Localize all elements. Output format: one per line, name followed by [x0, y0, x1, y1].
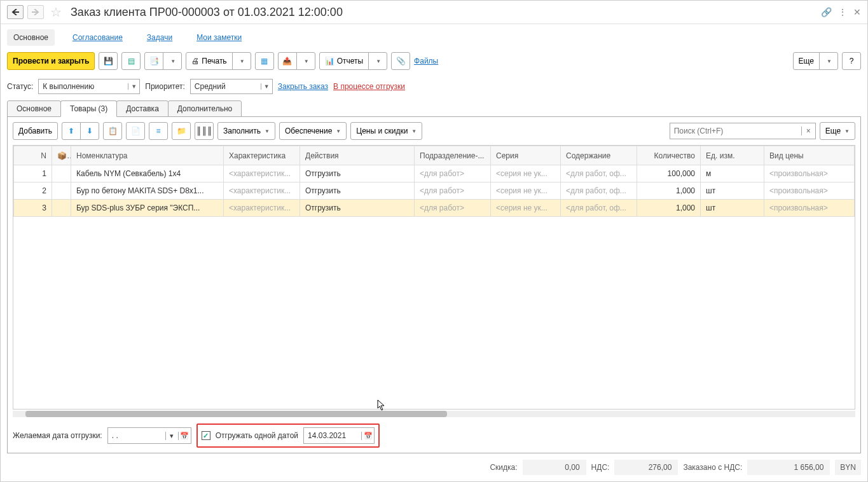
- ship-one-date-checkbox[interactable]: ✓: [202, 431, 210, 440]
- package-icon: 📦: [57, 151, 71, 160]
- edi-group: 📤 ▼: [278, 52, 315, 70]
- subtab-delivery[interactable]: Доставка: [116, 100, 169, 117]
- tab-main[interactable]: Основное: [7, 29, 55, 46]
- copy-icon: 📋: [108, 127, 118, 135]
- titlebar: ☆ Заказ клиента ПР00-000003 от 01.03.202…: [1, 1, 867, 24]
- top-tabs: Основное Согласование Задачи Мои заметки: [1, 24, 867, 46]
- table-row[interactable]: 1Кабель NYM (Севкабель) 1х4<характеристи…: [14, 165, 855, 182]
- table-row[interactable]: 2Бур по бетону MAKITA SDS+ D8x1...<харак…: [14, 182, 855, 200]
- prices-button[interactable]: Цены и скидки▼: [350, 122, 422, 140]
- chevron-down-icon[interactable]: ▼: [128, 83, 139, 90]
- fill-button[interactable]: Заполнить▼: [217, 122, 275, 140]
- arrow-up-icon: ⬆: [68, 127, 74, 135]
- col-n[interactable]: N: [14, 146, 52, 165]
- tab-tasks[interactable]: Задачи: [141, 29, 179, 46]
- provision-button[interactable]: Обеспечение▼: [279, 122, 347, 140]
- subtab-goods[interactable]: Товары (3): [60, 100, 117, 117]
- attach-button[interactable]: 📎: [391, 52, 410, 70]
- desired-date-value: . .: [108, 431, 165, 440]
- tab-approval[interactable]: Согласование: [66, 29, 129, 46]
- create-based-on-button[interactable]: 📑: [144, 52, 163, 70]
- sub-tabs: Основное Товары (3) Доставка Дополнитель…: [1, 100, 867, 117]
- edi-caret[interactable]: ▼: [296, 52, 315, 70]
- structure-button[interactable]: ▦: [255, 52, 274, 70]
- save-button[interactable]: 💾: [99, 52, 118, 70]
- documents-icon: 📑: [149, 57, 159, 65]
- print-group: 🖨Печать ▼: [186, 52, 251, 70]
- more-group: Еще ▼: [793, 52, 838, 70]
- vat-value: 276,00: [614, 460, 678, 475]
- grid-search-input[interactable]: [670, 127, 801, 135]
- grid-search[interactable]: ×: [670, 123, 816, 139]
- col-item[interactable]: Номенклатура: [71, 146, 224, 165]
- reports-button[interactable]: 📊Отчеты: [319, 52, 369, 70]
- discount-label: Скидка:: [490, 463, 517, 472]
- files-link[interactable]: Файлы: [414, 57, 438, 65]
- col-dept[interactable]: Подразделение-...: [415, 146, 491, 165]
- col-price-type[interactable]: Вид цены: [764, 146, 855, 165]
- page-title: Заказ клиента ПР00-000003 от 01.03.2021 …: [71, 6, 343, 19]
- split-button[interactable]: ≡: [149, 122, 168, 140]
- col-actions[interactable]: Действия: [300, 146, 415, 165]
- discount-value: 0,00: [523, 460, 586, 475]
- col-qty[interactable]: Количество: [637, 146, 701, 165]
- desired-date-field[interactable]: . . ▾ 📅: [107, 427, 191, 444]
- move-up-button[interactable]: ⬆: [62, 122, 81, 140]
- exchange-icon: 📤: [282, 57, 292, 65]
- post-and-close-button[interactable]: Провести и закрыть: [7, 52, 95, 70]
- select-items-button[interactable]: 📁: [172, 122, 191, 140]
- post-button[interactable]: ▤: [121, 52, 141, 70]
- calendar-icon[interactable]: 📅: [361, 432, 374, 440]
- more-menu-icon[interactable]: ⋮: [838, 7, 847, 17]
- nav-back-button[interactable]: [7, 5, 24, 19]
- barcode-button[interactable]: ║║║: [195, 122, 214, 140]
- clear-search-icon[interactable]: ×: [801, 127, 815, 135]
- list-icon: ▦: [261, 57, 268, 65]
- in-shipping-link[interactable]: В процессе отгрузки: [333, 82, 405, 91]
- ship-one-date-highlight: ✓ Отгружать одной датой 14.03.2021 📅: [196, 423, 380, 448]
- chevron-down-icon[interactable]: ▾: [165, 432, 178, 440]
- horizontal-scrollbar[interactable]: [13, 411, 855, 417]
- goods-table[interactable]: N 📦 Номенклатура Характеристика Действия…: [13, 145, 855, 410]
- edi-button[interactable]: 📤: [278, 52, 297, 70]
- paste-button[interactable]: 📄: [126, 122, 145, 140]
- table-row[interactable]: 3Бур SDS-plus ЗУБР серия "ЭКСП...<характ…: [14, 200, 855, 217]
- tab-notes[interactable]: Мои заметки: [190, 29, 248, 46]
- more-caret[interactable]: ▼: [819, 52, 838, 70]
- calendar-icon[interactable]: 📅: [178, 432, 191, 440]
- grid-more-button[interactable]: Еще▼: [820, 122, 855, 140]
- add-row-button[interactable]: Добавить: [13, 122, 58, 140]
- priority-value: Средний: [191, 82, 261, 91]
- total-label: Заказано с НДС:: [683, 463, 742, 472]
- help-button[interactable]: ?: [842, 52, 861, 70]
- subtab-extra[interactable]: Дополнительно: [168, 100, 242, 117]
- col-char[interactable]: Характеристика: [224, 146, 300, 165]
- copy-button[interactable]: 📋: [103, 122, 122, 140]
- move-down-button[interactable]: ⬇: [80, 122, 99, 140]
- chart-icon: 📊: [325, 57, 334, 65]
- print-button[interactable]: 🖨Печать: [186, 52, 232, 70]
- barcode-icon: ║║║: [196, 127, 212, 135]
- link-icon[interactable]: 🔗: [821, 7, 832, 17]
- col-content[interactable]: Содержание: [561, 146, 637, 165]
- close-order-link[interactable]: Закрыть заказ: [278, 82, 328, 91]
- col-unit[interactable]: Ед. изм.: [701, 146, 764, 165]
- ship-one-date-field[interactable]: 14.03.2021 📅: [303, 427, 375, 444]
- priority-select[interactable]: Средний ▼: [190, 79, 273, 94]
- nav-forward-button[interactable]: [27, 5, 44, 19]
- subtab-main[interactable]: Основное: [7, 100, 61, 117]
- create-based-on-caret[interactable]: ▼: [163, 52, 182, 70]
- favorite-icon[interactable]: ☆: [50, 4, 62, 20]
- chevron-down-icon[interactable]: ▼: [261, 83, 272, 90]
- total-value: 1 656,00: [747, 460, 830, 475]
- close-icon[interactable]: ✕: [853, 7, 861, 17]
- col-flag[interactable]: 📦: [52, 146, 71, 165]
- reports-caret[interactable]: ▼: [368, 52, 387, 70]
- document-check-icon: ▤: [128, 57, 135, 65]
- status-select[interactable]: К выполнению ▼: [38, 79, 140, 94]
- more-button[interactable]: Еще: [793, 52, 820, 70]
- print-caret[interactable]: ▼: [232, 52, 251, 70]
- arrow-down-icon: ⬇: [86, 127, 93, 135]
- col-series[interactable]: Серия: [491, 146, 561, 165]
- currency: BYN: [835, 460, 861, 475]
